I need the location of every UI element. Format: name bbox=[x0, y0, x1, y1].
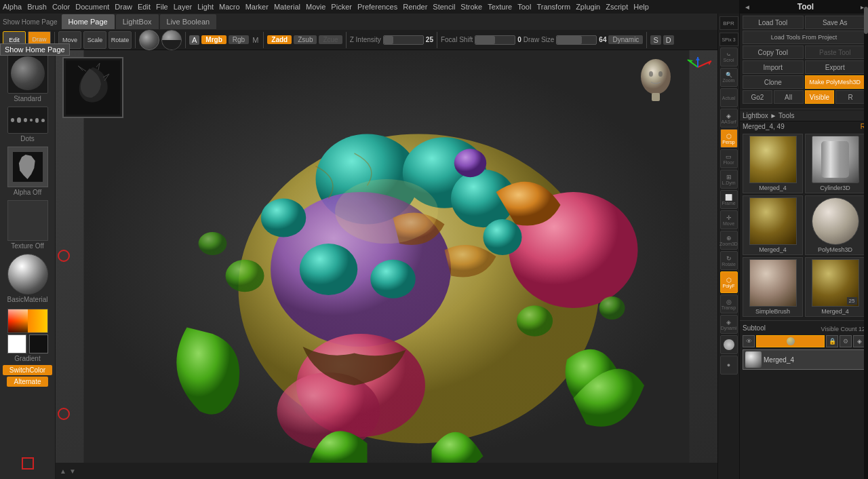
menu-zplugin[interactable]: Zplugin bbox=[576, 3, 600, 11]
floor-button[interactable]: ▭ Floor bbox=[720, 149, 738, 168]
subtool-lock-icon[interactable]: 🔒 bbox=[826, 335, 838, 347]
draw-size-slider[interactable] bbox=[556, 35, 597, 45]
r-button[interactable]: R bbox=[835, 90, 865, 104]
brush-sphere-icon[interactable] bbox=[139, 30, 159, 50]
viewport-arrow-down[interactable]: ▼ bbox=[69, 467, 76, 475]
color-swatch-1[interactable] bbox=[7, 334, 26, 353]
solo-button[interactable]: ● bbox=[720, 356, 738, 375]
a-label[interactable]: A bbox=[189, 35, 199, 45]
make-polymesh-button[interactable]: Make PolyMesh3D bbox=[805, 75, 866, 89]
load-tool-button[interactable]: Load Tool bbox=[743, 16, 804, 29]
polyf-button[interactable]: ⬡ PolyF bbox=[720, 271, 738, 293]
menu-file[interactable]: File bbox=[156, 3, 168, 11]
dynami-button[interactable]: ◈ Dynami bbox=[720, 315, 738, 334]
focal-shift-value[interactable]: 0 bbox=[517, 36, 521, 43]
import-button[interactable]: Import bbox=[743, 60, 804, 74]
menu-marker[interactable]: Marker bbox=[245, 3, 269, 11]
menu-picker[interactable]: Picker bbox=[331, 3, 352, 11]
zcue-button[interactable]: Zcue bbox=[319, 35, 342, 44]
rgb-button[interactable]: Rgb bbox=[229, 35, 249, 44]
viewport-arrow-up[interactable]: ▲ bbox=[60, 467, 66, 475]
actual-button[interactable]: Actual bbox=[720, 88, 738, 107]
menu-layer[interactable]: Layer bbox=[174, 3, 193, 11]
menu-render[interactable]: Render bbox=[403, 3, 427, 11]
lightbox-tools-label[interactable]: Lightbox ► Tools bbox=[743, 112, 865, 119]
menu-light[interactable]: Light bbox=[197, 3, 214, 11]
subtool-color-indicator[interactable] bbox=[756, 335, 825, 347]
tool-item-merged4[interactable]: Merged_4 bbox=[743, 134, 803, 193]
tool-item-simplebrush[interactable]: SimpleBrush bbox=[743, 257, 803, 317]
menu-transform[interactable]: Transform bbox=[536, 3, 570, 11]
transp-button[interactable]: ◎ Transp bbox=[720, 294, 738, 313]
load-tools-project-button[interactable]: Load Tools From Project bbox=[743, 31, 865, 44]
menu-movie[interactable]: Movie bbox=[306, 3, 326, 11]
menu-stroke[interactable]: Stroke bbox=[460, 3, 482, 11]
save-as-button[interactable]: Save As bbox=[805, 16, 866, 29]
subtool-item-merged4[interactable]: Merged_4 bbox=[743, 349, 865, 370]
copy-tool-button[interactable]: Copy Tool bbox=[743, 45, 804, 59]
menu-macro[interactable]: Macro bbox=[219, 3, 240, 11]
scale-button[interactable]: Scale bbox=[83, 31, 106, 49]
material-preview[interactable] bbox=[7, 254, 48, 294]
tab-lightbox[interactable]: LightBox bbox=[116, 14, 159, 29]
z-intensity-value[interactable]: 25 bbox=[426, 36, 433, 43]
move-3d-button[interactable]: ✛ Move bbox=[720, 210, 738, 229]
color-picker[interactable] bbox=[7, 309, 48, 333]
menu-tool[interactable]: Tool bbox=[517, 3, 531, 11]
zadd-button[interactable]: Zadd bbox=[267, 35, 292, 44]
menu-alpha[interactable]: Alpha bbox=[3, 3, 22, 11]
subtool-settings-icon[interactable]: ⚙ bbox=[840, 335, 852, 347]
aasurf-button[interactable]: ◈ AASurf bbox=[720, 109, 738, 128]
export-button[interactable]: Export bbox=[805, 60, 866, 74]
switch-color-button[interactable]: SwitchColor bbox=[3, 365, 52, 375]
persp-button[interactable]: ⬡ Persp bbox=[720, 129, 738, 148]
menu-stencil[interactable]: Stencil bbox=[433, 3, 455, 11]
brush-half-sphere-icon[interactable] bbox=[161, 30, 182, 50]
menu-zscript[interactable]: Zscript bbox=[606, 3, 628, 11]
ghost-button[interactable] bbox=[720, 335, 738, 354]
frame-button[interactable]: ⬜ Frame bbox=[720, 190, 738, 209]
menu-brush[interactable]: Brush bbox=[27, 3, 47, 11]
paste-tool-button[interactable]: Paste Tool bbox=[805, 45, 866, 59]
spix-button[interactable]: SPix 3 bbox=[719, 33, 738, 46]
panel-collapse-icon[interactable]: ◄ bbox=[744, 3, 751, 11]
menu-preferences[interactable]: Preferences bbox=[357, 3, 397, 11]
menu-color[interactable]: Color bbox=[52, 3, 70, 11]
zoom3d-button[interactable]: ⊕ Zoom3D bbox=[720, 231, 738, 250]
subtool-eye-icon[interactable]: 👁 bbox=[743, 335, 755, 347]
visible-button[interactable]: Visible bbox=[805, 90, 835, 104]
menu-texture[interactable]: Texture bbox=[488, 3, 512, 11]
tab-home-page[interactable]: Home Page bbox=[62, 14, 115, 29]
alpha-preview[interactable] bbox=[7, 147, 48, 187]
menu-document[interactable]: Document bbox=[75, 3, 109, 11]
menu-draw[interactable]: Draw bbox=[115, 3, 132, 11]
go2-button[interactable]: Go2 bbox=[743, 90, 772, 104]
tool-item-merged4c[interactable]: 25 Merged_4 bbox=[805, 257, 865, 317]
far-right-scrollbar[interactable] bbox=[864, 0, 868, 479]
s-button[interactable]: S bbox=[650, 35, 660, 45]
viewport[interactable] bbox=[56, 50, 717, 463]
z-intensity-slider[interactable] bbox=[383, 35, 424, 45]
color-swatch-2[interactable] bbox=[29, 334, 48, 353]
menu-material[interactable]: Material bbox=[274, 3, 300, 11]
d-button[interactable]: D bbox=[663, 35, 674, 45]
texture-preview[interactable] bbox=[7, 200, 48, 241]
rotate-button[interactable]: Rotate bbox=[108, 31, 132, 49]
brush-preview[interactable] bbox=[7, 53, 48, 94]
tool-item-cylinder3d[interactable]: Cylinder3D bbox=[805, 134, 865, 193]
menu-help[interactable]: Help bbox=[633, 3, 649, 11]
clone-button[interactable]: Clone bbox=[743, 75, 804, 89]
all-button[interactable]: All bbox=[774, 90, 804, 104]
tab-live-boolean[interactable]: Live Boolean bbox=[160, 14, 217, 29]
zsub-button[interactable]: Zsub bbox=[294, 35, 317, 44]
scroll-thumb[interactable] bbox=[864, 7, 868, 34]
tool-item-polymesh3d[interactable]: PolyMesh3D bbox=[805, 195, 865, 255]
zoom-button[interactable]: 🔍 Zoom bbox=[720, 68, 738, 87]
focal-shift-slider[interactable] bbox=[475, 35, 515, 45]
tool-item-merged4b[interactable]: Merged_4 bbox=[743, 195, 803, 255]
menu-edit[interactable]: Edit bbox=[138, 3, 151, 11]
alternate-button[interactable]: Alternate bbox=[7, 377, 47, 387]
bpr-button[interactable]: BPR bbox=[719, 16, 738, 30]
ldym-button[interactable]: ⊞ L.Dym bbox=[720, 170, 738, 189]
viewport-canvas[interactable] bbox=[56, 50, 717, 463]
